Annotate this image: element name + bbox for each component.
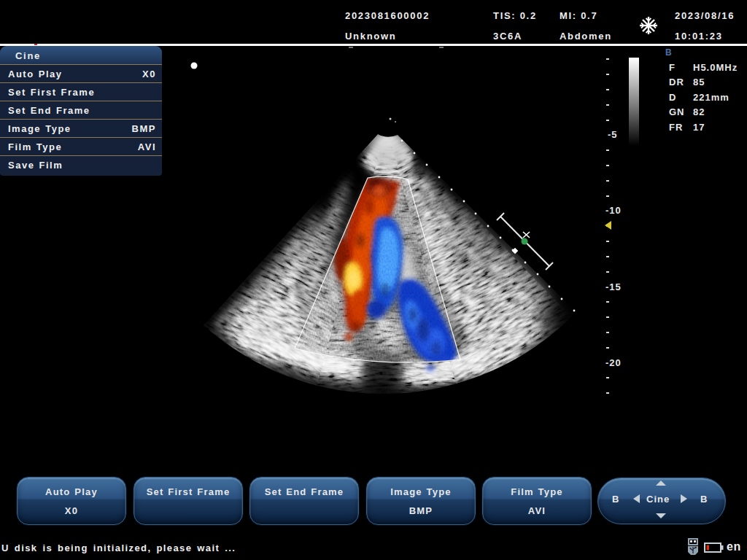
svg-text:221mm: 221mm <box>693 92 729 103</box>
svg-text:85: 85 <box>693 77 705 88</box>
svg-text:FR: FR <box>669 122 683 133</box>
svg-text:GN: GN <box>669 106 685 117</box>
svg-text:B: B <box>700 494 708 505</box>
svg-text:-20: -20 <box>605 357 622 368</box>
svg-text:-15: -15 <box>605 281 622 292</box>
svg-text:D: D <box>669 92 676 103</box>
svg-text:Cine: Cine <box>646 494 670 505</box>
svg-text:B: B <box>665 47 672 58</box>
svg-text:DR: DR <box>669 77 684 88</box>
svg-text:H5.0MHz: H5.0MHz <box>693 62 738 73</box>
svg-text:-10: -10 <box>605 205 622 216</box>
svg-text:82: 82 <box>693 106 705 117</box>
svg-text:17: 17 <box>693 122 705 133</box>
svg-text:-5: -5 <box>608 129 618 140</box>
svg-text:F: F <box>669 62 676 73</box>
svg-text:B: B <box>612 494 619 505</box>
